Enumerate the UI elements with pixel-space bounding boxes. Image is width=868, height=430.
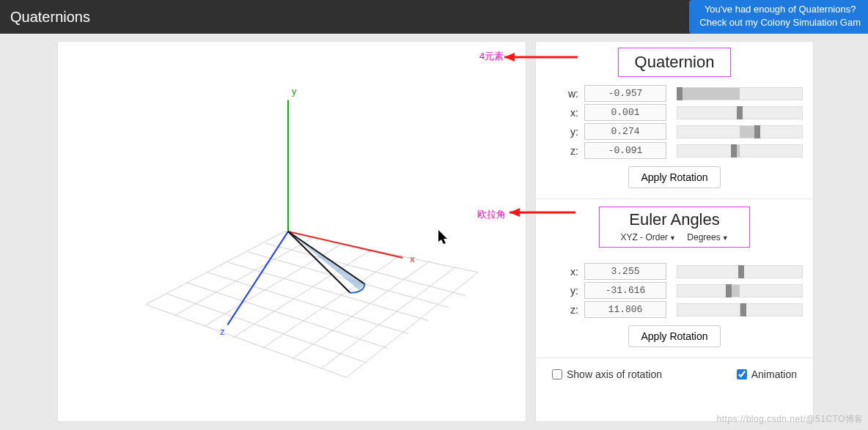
vector-a bbox=[288, 231, 365, 284]
viz-canvas[interactable]: y x z bbox=[58, 42, 526, 421]
svg-line-9 bbox=[166, 294, 367, 363]
axis-z-label: z bbox=[220, 326, 224, 337]
quat-y-input[interactable] bbox=[584, 123, 666, 140]
annot-euler: 欧拉角 bbox=[477, 208, 506, 221]
workspace: y x z 4元素 欧拉角 Quaternion w: x: bbox=[0, 34, 868, 430]
quaternion-rows: w: x: y: z: bbox=[546, 85, 803, 159]
svg-line-6 bbox=[321, 267, 456, 368]
arrow-euler-icon bbox=[510, 205, 583, 223]
viz-card: y x z bbox=[57, 41, 526, 422]
quat-row-x: x: bbox=[546, 104, 803, 121]
euler-y-input[interactable] bbox=[584, 282, 666, 299]
euler-header: Euler Angles XYZ - Order▼ Degrees▼ bbox=[546, 207, 803, 253]
euler-z-input[interactable] bbox=[584, 301, 666, 318]
annot-quaternion: 4元素 bbox=[479, 50, 504, 63]
euler-unit-select[interactable]: Degrees▼ bbox=[687, 232, 728, 242]
animation-checkbox[interactable] bbox=[737, 369, 747, 379]
svg-line-8 bbox=[146, 305, 347, 378]
animation-option[interactable]: Animation bbox=[737, 368, 797, 380]
euler-title: Euler Angles bbox=[616, 210, 732, 229]
svg-line-14 bbox=[265, 243, 466, 296]
euler-z-label: z: bbox=[546, 304, 584, 316]
euler-x-input[interactable] bbox=[584, 263, 666, 280]
section-divider bbox=[536, 199, 813, 199]
quat-w-input[interactable] bbox=[584, 85, 666, 102]
euler-apply-button[interactable]: Apply Rotation bbox=[628, 325, 720, 347]
quat-w-label: w: bbox=[546, 88, 584, 100]
quat-x-label: x: bbox=[546, 107, 584, 119]
quat-row-y: y: bbox=[546, 123, 803, 140]
euler-x-label: x: bbox=[546, 266, 584, 278]
quat-w-slider[interactable] bbox=[677, 87, 803, 100]
vector-b bbox=[288, 231, 350, 293]
svg-line-11 bbox=[207, 273, 408, 334]
promo-banner[interactable]: You've had enough of Quaternions? Check … bbox=[689, 0, 868, 34]
euler-order-select[interactable]: XYZ - Order▼ bbox=[620, 232, 676, 242]
quat-y-slider[interactable] bbox=[677, 125, 803, 138]
arrow-quaternion-icon bbox=[504, 50, 586, 67]
cursor-icon bbox=[438, 230, 450, 246]
animation-label: Animation bbox=[751, 368, 797, 380]
axis-x-label: x bbox=[410, 253, 415, 264]
show-axis-option[interactable]: Show axis of rotation bbox=[552, 368, 662, 380]
euler-y-slider[interactable] bbox=[677, 284, 803, 297]
watermark: https://blog.csdn.net/@51CTO博客 bbox=[717, 413, 864, 426]
quat-row-z: z: bbox=[546, 142, 803, 159]
svg-marker-20 bbox=[438, 230, 447, 244]
euler-row-y: y: bbox=[546, 282, 803, 299]
quat-z-label: z: bbox=[546, 145, 584, 157]
show-axis-checkbox[interactable] bbox=[552, 369, 562, 379]
section-divider-2 bbox=[536, 357, 813, 358]
euler-row-z: z: bbox=[546, 301, 803, 318]
page-title: Quaternions bbox=[10, 9, 90, 26]
axis-y-label: y bbox=[292, 86, 297, 97]
grid-plane bbox=[146, 231, 478, 377]
svg-marker-17 bbox=[504, 53, 515, 62]
quat-z-input[interactable] bbox=[584, 142, 666, 159]
svg-line-7 bbox=[347, 273, 478, 377]
promo-line2: Check out my Colony Simulation Gam bbox=[699, 16, 861, 29]
quaternion-title: Quaternion bbox=[635, 53, 715, 72]
promo-line1: You've had enough of Quaternions? bbox=[699, 3, 861, 16]
euler-rows: x: y: z: bbox=[546, 263, 803, 318]
quat-y-label: y: bbox=[546, 126, 584, 138]
euler-z-slider[interactable] bbox=[677, 303, 803, 316]
euler-y-label: y: bbox=[546, 285, 584, 297]
quat-z-slider[interactable] bbox=[677, 144, 803, 157]
options-row: Show axis of rotation Animation bbox=[546, 366, 803, 386]
euler-x-slider[interactable] bbox=[677, 265, 803, 278]
quat-x-input[interactable] bbox=[584, 104, 666, 121]
svg-marker-19 bbox=[510, 208, 520, 217]
controls-card: Quaternion w: x: y: z: bbox=[535, 41, 814, 422]
euler-row-x: x: bbox=[546, 263, 803, 280]
quat-row-w: w: bbox=[546, 85, 803, 102]
quat-x-slider[interactable] bbox=[677, 106, 803, 119]
quat-apply-button[interactable]: Apply Rotation bbox=[628, 166, 720, 188]
show-axis-label: Show axis of rotation bbox=[567, 368, 662, 380]
